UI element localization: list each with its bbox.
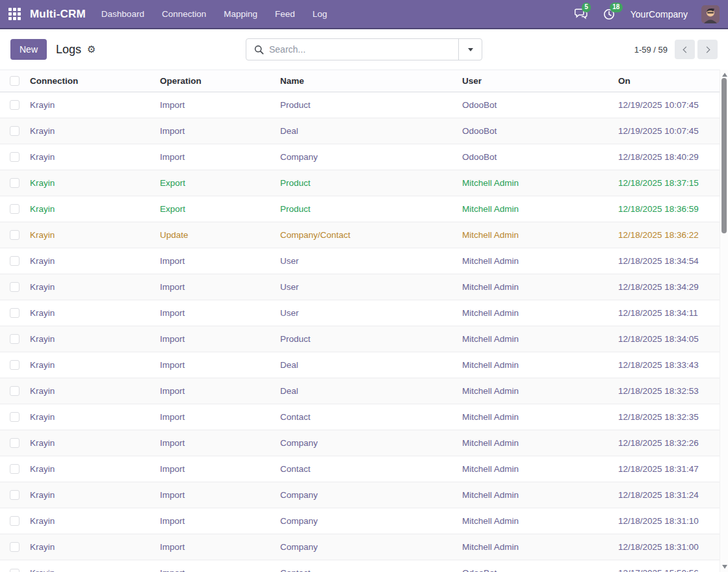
- table-row[interactable]: Krayin Import Contact Mitchell Admin 12/…: [0, 456, 720, 482]
- cell-on: 12/18/2025 18:32:26: [614, 430, 720, 456]
- table-row[interactable]: Krayin Import Company Mitchell Admin 12/…: [0, 508, 720, 534]
- table-row[interactable]: Krayin Export Product Mitchell Admin 12/…: [0, 170, 720, 196]
- row-checkbox[interactable]: [10, 100, 20, 110]
- pager-previous-button[interactable]: [675, 40, 695, 59]
- pager-next-button[interactable]: [697, 40, 718, 59]
- scrollbar-up-arrow-icon[interactable]: [722, 73, 727, 77]
- table-row[interactable]: Krayin Import Contact OdooBot 12/17/2025…: [0, 560, 720, 572]
- cell-on: 12/18/2025 18:32:35: [614, 404, 720, 430]
- row-checkbox[interactable]: [10, 178, 20, 188]
- table-row[interactable]: Krayin Import Product Mitchell Admin 12/…: [0, 326, 720, 352]
- column-header-operation[interactable]: Operation: [156, 70, 276, 92]
- cell-user: Mitchell Admin: [458, 222, 614, 248]
- gear-icon[interactable]: ⚙: [87, 44, 96, 55]
- row-checkbox[interactable]: [10, 256, 20, 266]
- table-row[interactable]: Krayin Import Contact Mitchell Admin 12/…: [0, 404, 720, 430]
- cell-operation: Export: [156, 170, 276, 196]
- company-switcher[interactable]: YourCompany: [630, 9, 688, 20]
- cell-user: Mitchell Admin: [458, 378, 614, 404]
- nav-menu-item[interactable]: Log: [313, 9, 328, 19]
- cell-connection: Krayin: [26, 196, 156, 222]
- cell-on: 12/18/2025 18:37:15: [614, 170, 720, 196]
- user-avatar[interactable]: [701, 5, 720, 23]
- cell-user: Mitchell Admin: [458, 170, 614, 196]
- cell-operation: Import: [156, 508, 276, 534]
- scrollbar-down-arrow-icon[interactable]: [722, 565, 727, 569]
- cell-name: Company: [276, 534, 458, 560]
- nav-menu-item[interactable]: Connection: [162, 9, 206, 19]
- row-checkbox[interactable]: [10, 464, 20, 474]
- cell-name: Deal: [276, 118, 458, 144]
- list-view: Connection Operation Name User On Krayin…: [0, 70, 728, 572]
- row-checkbox[interactable]: [10, 386, 20, 396]
- cell-connection: Krayin: [26, 118, 156, 144]
- cell-connection: Krayin: [26, 326, 156, 352]
- table-row[interactable]: Krayin Import Deal Mitchell Admin 12/18/…: [0, 378, 720, 404]
- row-checkbox[interactable]: [10, 230, 20, 240]
- avatar-image: [701, 5, 720, 23]
- apps-grid-icon[interactable]: [8, 8, 21, 20]
- table-row[interactable]: Krayin Export Product Mitchell Admin 12/…: [0, 196, 720, 222]
- row-checkbox[interactable]: [10, 152, 20, 162]
- new-button[interactable]: New: [10, 39, 47, 60]
- table-row[interactable]: Krayin Import Deal OdooBot 12/19/2025 10…: [0, 118, 720, 144]
- column-header-connection[interactable]: Connection: [26, 70, 156, 92]
- nav-menu-item[interactable]: Dashboard: [101, 9, 144, 19]
- app-brand[interactable]: Multi-CRM: [30, 8, 86, 21]
- messages-button[interactable]: 5: [575, 8, 589, 21]
- cell-on: 12/18/2025 18:36:22: [614, 222, 720, 248]
- row-checkbox[interactable]: [10, 438, 20, 448]
- row-checkbox[interactable]: [10, 542, 20, 552]
- search-input[interactable]: [269, 44, 458, 55]
- table-row[interactable]: Krayin Import Company Mitchell Admin 12/…: [0, 430, 720, 456]
- row-checkbox[interactable]: [10, 412, 20, 422]
- table-row[interactable]: Krayin Import Company Mitchell Admin 12/…: [0, 482, 720, 508]
- cell-user: OdooBot: [458, 118, 614, 144]
- scrollbar-thumb[interactable]: [722, 78, 727, 233]
- table-row[interactable]: Krayin Import Product OdooBot 12/19/2025…: [0, 92, 720, 118]
- cell-on: 12/19/2025 10:07:45: [614, 118, 720, 144]
- row-checkbox[interactable]: [10, 334, 20, 344]
- column-header-user[interactable]: User: [458, 70, 614, 92]
- cell-name: Contact: [276, 456, 458, 482]
- row-checkbox[interactable]: [10, 569, 20, 572]
- cell-operation: Import: [156, 560, 276, 572]
- cell-operation: Import: [156, 300, 276, 326]
- row-checkbox[interactable]: [10, 204, 20, 214]
- row-checkbox[interactable]: [10, 490, 20, 500]
- cell-connection: Krayin: [26, 404, 156, 430]
- cell-connection: Krayin: [26, 378, 156, 404]
- cell-name: Product: [276, 326, 458, 352]
- search-filters-toggle[interactable]: [458, 39, 482, 60]
- table-row[interactable]: Krayin Update Company/Contact Mitchell A…: [0, 222, 720, 248]
- table-row[interactable]: Krayin Import Deal Mitchell Admin 12/18/…: [0, 352, 720, 378]
- cell-connection: Krayin: [26, 534, 156, 560]
- column-header-name[interactable]: Name: [276, 70, 458, 92]
- table-row[interactable]: Krayin Import User Mitchell Admin 12/18/…: [0, 300, 720, 326]
- cell-operation: Import: [156, 248, 276, 274]
- column-header-on[interactable]: On: [614, 70, 720, 92]
- search-bar: [246, 38, 482, 60]
- cell-user: Mitchell Admin: [458, 196, 614, 222]
- cell-connection: Krayin: [26, 456, 156, 482]
- cell-name: Company: [276, 144, 458, 170]
- activities-badge: 18: [610, 3, 623, 12]
- row-checkbox[interactable]: [10, 282, 20, 292]
- cell-connection: Krayin: [26, 222, 156, 248]
- cell-user: OdooBot: [458, 560, 614, 572]
- activities-button[interactable]: 18: [603, 8, 617, 21]
- cell-on: 12/18/2025 18:34:29: [614, 274, 720, 300]
- table-row[interactable]: Krayin Import User Mitchell Admin 12/18/…: [0, 248, 720, 274]
- select-all-checkbox[interactable]: [10, 76, 20, 86]
- row-checkbox[interactable]: [10, 308, 20, 318]
- cell-user: Mitchell Admin: [458, 300, 614, 326]
- nav-menu-item[interactable]: Mapping: [224, 9, 257, 19]
- row-checkbox[interactable]: [10, 360, 20, 370]
- row-checkbox[interactable]: [10, 516, 20, 526]
- table-row[interactable]: Krayin Import Company Mitchell Admin 12/…: [0, 534, 720, 560]
- table-row[interactable]: Krayin Import Company OdooBot 12/18/2025…: [0, 144, 720, 170]
- table-row[interactable]: Krayin Import User Mitchell Admin 12/18/…: [0, 274, 720, 300]
- row-checkbox[interactable]: [10, 126, 20, 136]
- nav-menu-item[interactable]: Feed: [275, 9, 295, 19]
- vertical-scrollbar[interactable]: [720, 70, 728, 572]
